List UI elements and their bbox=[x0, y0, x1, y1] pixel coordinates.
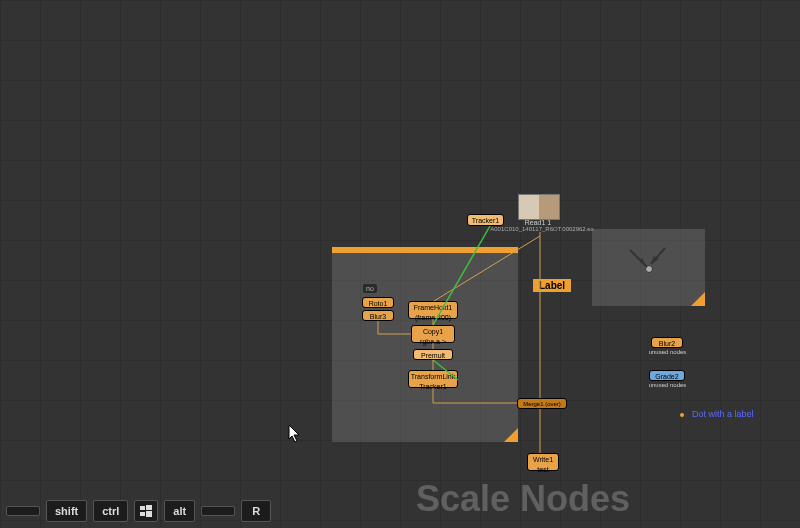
svg-line-17 bbox=[657, 321, 665, 336]
backdrop-label[interactable]: Label bbox=[533, 279, 571, 292]
sticky-note-no[interactable]: no bbox=[363, 284, 377, 293]
node-premult[interactable]: Premult bbox=[413, 349, 453, 360]
backdrop-resize-icon[interactable] bbox=[691, 292, 705, 306]
node-blur2[interactable]: Blur2 bbox=[651, 337, 683, 348]
backdrop-resize-icon[interactable] bbox=[504, 428, 518, 442]
key-blank bbox=[201, 506, 235, 516]
read-node-filename: A001C010_140117_R6OT.0002962.ex bbox=[487, 226, 597, 232]
svg-rect-21 bbox=[140, 506, 145, 510]
svg-rect-24 bbox=[146, 511, 152, 517]
key-blank bbox=[6, 506, 40, 516]
svg-line-19 bbox=[656, 356, 665, 369]
read-node-label: Read1 1 bbox=[518, 219, 558, 226]
dot-node[interactable] bbox=[645, 265, 653, 273]
node-grade2[interactable]: Grade2 bbox=[649, 370, 685, 381]
svg-rect-23 bbox=[140, 512, 145, 516]
read-node-thumbnail[interactable] bbox=[518, 194, 560, 220]
node-merge1[interactable]: Merge1 (over) bbox=[517, 398, 567, 409]
dot-label-text: Dot with a label bbox=[692, 409, 754, 419]
unused-label-1: unused nodes bbox=[640, 349, 695, 355]
svg-marker-18 bbox=[659, 328, 665, 336]
key-status-bar: shift ctrl alt R bbox=[6, 500, 271, 522]
node-blur3[interactable]: Blur3 bbox=[362, 310, 394, 321]
node-framehold1[interactable]: FrameHold1 (frame 200) bbox=[408, 301, 458, 319]
key-windows-icon bbox=[134, 500, 158, 522]
svg-marker-20 bbox=[659, 361, 665, 369]
key-alt: alt bbox=[164, 500, 195, 522]
unused-label-2: unused nodes bbox=[640, 382, 695, 388]
watermark-text: Scale Nodes bbox=[416, 478, 630, 520]
dot-node-labeled[interactable] bbox=[680, 413, 684, 417]
node-transformlink[interactable]: TransformLink Tracker1 bbox=[408, 370, 458, 388]
cursor-icon bbox=[288, 424, 302, 444]
node-graph-viewport[interactable]: Label Read1 1 A001C010_140117_R6OT.00029… bbox=[0, 0, 800, 528]
backdrop-bar bbox=[332, 247, 518, 253]
svg-rect-22 bbox=[146, 505, 152, 510]
node-tracker1[interactable]: Tracker1 bbox=[467, 214, 504, 226]
key-shift: shift bbox=[46, 500, 87, 522]
node-roto1[interactable]: Roto1 bbox=[362, 297, 394, 308]
node-write1[interactable]: Write1 test bbox=[527, 453, 559, 471]
key-R: R bbox=[241, 500, 271, 522]
node-copy1[interactable]: Copy1 rgba.a > rgba.a bbox=[411, 325, 455, 343]
key-ctrl: ctrl bbox=[93, 500, 128, 522]
